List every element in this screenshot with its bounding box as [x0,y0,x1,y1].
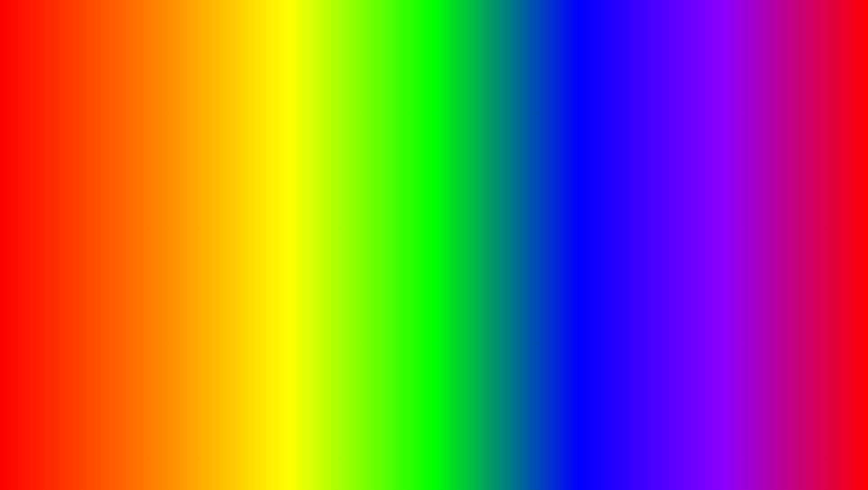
auto-attack-seaking-label: Auto Attack Sea king Auto attack sea kin… [362,192,411,203]
skill-x-row: Use Skill X Auto skill X [466,205,564,221]
farm-quest-row: Farm Select Monster (Quest) farm selecte… [96,252,189,267]
svg-point-5 [796,404,803,410]
background: ❄ KING LEGACY MOBILE ✔ ANDROID ✔ ZEN HUB… [4,4,864,486]
near-mob-label: Near Mob [96,218,119,223]
auto-farm-near-label: Auto Farm Near mob [96,200,134,211]
auto-hydra-hop-label: Auto Hydra Seaking [Hop] [362,258,423,263]
slider-thumb[interactable] [244,202,250,208]
auto-reset-label: Auto Reset (Safe Farm) auto reset after … [197,242,256,253]
panel-left: ZEN HUB VERSION X - [UPDATE 4.66] King L… [91,147,294,274]
select-monster-label: Select Monster : [96,243,134,249]
svg-point-6 [811,404,817,410]
hydra-section-sep: Hydra Seaking [362,221,459,231]
farm-mob-label: Farm Mob [96,231,120,236]
tab-right-main[interactable]: 🏠 Main [358,164,389,176]
auto-collect-chest-row: Auto Collect Chest Sea King auto collect… [362,205,459,221]
farm-mob-toggle[interactable] [174,229,189,237]
auto-farm-level-toggle[interactable] [174,186,189,194]
select-farm-type-arrow[interactable]: « [285,185,289,192]
auto-obs-haki-toggle[interactable] [273,228,289,236]
panel-left-icons: 👤 ⚙ [264,152,287,162]
tab-right-ghostship[interactable]: ⚓ GhostShip [389,164,433,176]
near-mob-row: Near Mob [96,214,189,227]
auto-haki-label: Auto Haki auto enable haki [197,211,226,222]
skill-b-toggle[interactable] [548,255,563,263]
seaking-section-sep: Sea King [362,180,459,190]
svg-point-8 [814,405,816,407]
auto-farm-near-row: Auto Farm Near mob [96,198,189,214]
panel-right: ZEN HUB VERSION X - [UPDATE 4.66] King L… [357,145,568,272]
panel-right-tabs: 🏠 Main ⚓ GhostShip 🐠 Sea King 📊 Stats [358,164,567,177]
skill-v-row: Use Skill V Auto skill V [466,237,564,253]
skill-c-toggle[interactable] [548,225,563,233]
auto-hydra-hop-row: Auto Hydra Seaking [Hop] [362,254,459,267]
panel-left-header: ZEN HUB VERSION X - [UPDATE 4.66] King L… [93,149,292,166]
auto-haki-row: Auto Haki auto enable haki [197,209,289,224]
auto-obs-haki-label: Auto Active Observation Haki auto enable… [197,227,266,237]
skill-x-toggle[interactable] [548,209,563,217]
distance-label: Distance [197,197,217,202]
panel-right-icon-settings[interactable]: ⚙ [551,150,561,160]
panel-left-icon-user[interactable]: 👤 [264,152,274,162]
skill-b-label: Use Skill B [466,256,492,262]
panel-right-icons: 👤 ⚙ [539,150,561,160]
auto-reset-row: Auto Reset (Safe Farm) auto reset after … [197,240,289,256]
panel-left-col1: Auto Farm Level Auto farm current level … [93,179,193,272]
auto-farm-near-toggle[interactable] [174,202,189,210]
auto-use-skill-row: Auto Use Skill [197,256,289,269]
auto-attack-hydra-label: Auto Attack Hydra Seaking Auto attack hy… [362,241,425,251]
script-pastebin-label: SCRIPT PASTEBIN [365,412,807,468]
auto-obs-haki-row: Auto Active Observation Haki auto enable… [197,224,289,240]
panel-left-content: Auto Farm Level Auto farm current level … [93,179,292,272]
skill-c-row: Use Skill C Auto skill C [466,221,564,237]
panel-left-col2: Select Farm Type : Above « Distance 8 [193,179,293,272]
bottom-text: AUTO FARM SCRIPT PASTEBIN [4,411,864,468]
auto-collect-chest-toggle[interactable] [443,209,459,217]
skill-b-row: Use Skill B [466,253,564,266]
panel-right-skill-col: Auto Use Skill Use Skill Z Auto skill Z … [463,177,567,271]
select-monster-arrow[interactable]: « [185,242,189,249]
farm-quest-toggle[interactable] [174,256,189,264]
logo-avatar: KING LEGACY [761,383,851,459]
skill-z-label: Use Skill Z Auto skill Z [466,192,492,203]
distance-row: Distance 8 [197,195,289,209]
tab-right-seaking[interactable]: 🐠 Sea King [433,164,474,176]
logo-text: KING LEGACY [763,439,849,455]
select-farm-type-row: Select Farm Type : Above « [197,183,289,195]
tab-seaking[interactable]: 🐠 Sea King [168,166,209,178]
near-mob-toggle[interactable] [174,216,189,224]
distance-slider[interactable] [197,204,289,206]
skill-z-toggle[interactable] [548,193,563,201]
tab-ghostship[interactable]: ⚓ GhostShip [124,166,168,178]
panel-right-title: ZEN HUB VERSION X - [UPDATE 4.66] King L… [363,152,491,158]
tab-main[interactable]: 🏠 Main [93,166,124,178]
select-monster-row: Select Monster : « [96,240,189,252]
panel-left-tabs: 🏠 Main ⚓ GhostShip 🐠 Sea King 📊 Stats [93,166,292,179]
skill-z-row: Use Skill Z Auto skill Z [466,190,564,205]
select-farm-type-label: Select Farm Type : Above [197,186,256,191]
svg-point-2 [792,398,820,427]
auto-haki-toggle[interactable] [273,212,289,220]
auto-attack-hydra-row: Auto Attack Hydra Seaking Auto attack hy… [362,238,459,254]
panel-left-icon-settings[interactable]: ⚙ [277,152,287,162]
skill-x-label: Use Skill X Auto skill X [466,208,492,218]
svg-point-7 [800,405,801,407]
auto-hydra-hop-toggle[interactable] [443,257,459,265]
auto-attack-seaking-toggle[interactable] [443,193,459,201]
skill-section-sep: Auto Use Skill [466,180,564,190]
auto-collect-chest-label: Auto Collect Chest Sea King auto collect… [362,208,429,218]
skill-v-toggle[interactable] [548,241,563,249]
svg-rect-14 [799,396,813,398]
panel-left-title: ZEN HUB VERSION X - [UPDATE 4.66] King L… [98,154,225,160]
hydra-status: Hydra Seaking Status : YES [362,231,459,238]
auto-reset-toggle[interactable] [273,244,289,252]
auto-farm-level-label: Auto Farm Level Auto farm current level [96,185,137,196]
snowflake-decoration: ❄ [13,147,43,189]
auto-use-skill-toggle[interactable] [273,258,289,267]
tab-stats[interactable]: 📊 Stats [209,166,241,178]
auto-attack-hydra-toggle[interactable] [443,242,459,250]
panel-right-icon-user[interactable]: 👤 [539,150,549,160]
panel-right-content: Sea King Auto Attack Sea king Auto attac… [358,177,567,271]
tab-right-stats[interactable]: 📊 Stats [474,164,506,176]
slider-fill [197,204,247,206]
